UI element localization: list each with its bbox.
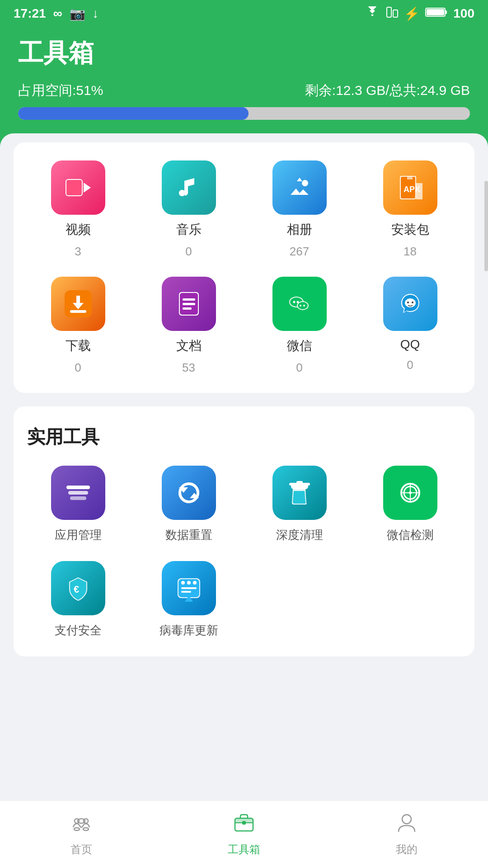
svg-marker-13: [416, 183, 422, 199]
svg-rect-34: [66, 486, 90, 489]
svg-rect-35: [68, 491, 88, 495]
tools-grid: 应用管理 数据重置: [27, 466, 461, 638]
file-count-photo: 267: [290, 245, 309, 259]
tool-icon-deepclean: [272, 466, 327, 520]
tool-item-paysafe[interactable]: € 支付安全: [27, 561, 129, 638]
battery-level: 100: [453, 6, 474, 21]
file-item-video[interactable]: 视频 3: [27, 160, 129, 259]
svg-text:€: €: [74, 584, 79, 595]
file-icon-download: [51, 277, 105, 331]
file-count-doc: 53: [182, 361, 195, 375]
file-item-photo[interactable]: 相册 267: [249, 160, 350, 259]
svg-rect-21: [183, 303, 195, 305]
file-icon-doc: [162, 277, 216, 331]
file-item-qq[interactable]: QQ 0: [359, 277, 461, 375]
bottom-nav: 首页 工具箱 我的: [0, 800, 488, 868]
file-count-video: 3: [75, 245, 81, 259]
file-icon-photo: [272, 160, 327, 215]
toolbox-nav-icon: [232, 812, 256, 839]
tool-icon-datareset: [162, 466, 216, 520]
tool-name-paysafe: 支付安全: [55, 623, 102, 638]
tool-name-deepclean: 深度清理: [276, 527, 323, 543]
file-item-music[interactable]: 音乐 0: [138, 160, 239, 259]
tool-item-deepclean[interactable]: 深度清理: [249, 466, 350, 543]
file-icon-music: [162, 160, 216, 215]
tool-item-datareset[interactable]: 数据重置: [138, 466, 239, 543]
battery-icon: [425, 6, 448, 21]
file-count-qq: 0: [407, 358, 413, 372]
tool-item-wechatcheck[interactable]: 微信检测: [359, 466, 461, 543]
svg-point-51: [187, 581, 191, 585]
tool-icon-paysafe: €: [51, 561, 105, 615]
nav-label-mine: 我的: [396, 842, 418, 857]
svg-rect-3: [445, 10, 447, 14]
file-icon-wechat: [272, 277, 327, 331]
file-icon-video: [51, 160, 105, 215]
tool-icon-virusupdate: [162, 561, 216, 615]
file-icon-apk: APK: [383, 160, 437, 215]
svg-point-52: [193, 581, 197, 585]
tool-name-virusupdate: 病毒库更新: [160, 623, 218, 638]
progress-bar: [18, 107, 470, 120]
file-name-photo: 相册: [287, 221, 312, 238]
status-infinity-icon: ∞: [53, 6, 62, 21]
scrollbar-indicator[interactable]: [484, 181, 488, 271]
tool-name-appmanage: 应用管理: [55, 527, 102, 543]
file-categories-card: 视频 3 音乐 0: [14, 142, 474, 393]
file-icon-qq: [383, 277, 437, 331]
file-count-music: 0: [185, 245, 192, 259]
sim-icon: [386, 6, 399, 21]
progress-bar-fill: [18, 107, 249, 120]
svg-marker-6: [84, 183, 91, 193]
status-bar: 17:21 ∞ 📷 ↓ ⚡ 100: [0, 0, 488, 27]
svg-point-30: [303, 305, 305, 307]
file-grid: 视频 3 音乐 0: [27, 160, 461, 375]
svg-point-29: [300, 305, 301, 307]
file-name-music: 音乐: [176, 221, 202, 238]
svg-point-60: [83, 828, 89, 830]
file-count-wechat: 0: [296, 361, 302, 375]
app-title: 工具箱: [18, 36, 470, 71]
home-nav-icon: [70, 812, 93, 839]
svg-point-25: [293, 301, 295, 303]
file-name-doc: 文档: [176, 337, 202, 354]
svg-rect-41: [296, 481, 303, 485]
tool-name-wechatcheck: 微信检测: [387, 527, 434, 543]
status-download-icon: ↓: [93, 6, 99, 21]
svg-rect-20: [183, 298, 195, 301]
file-name-qq: QQ: [400, 337, 420, 352]
file-name-apk: 安装包: [391, 221, 429, 238]
svg-point-32: [407, 302, 409, 303]
file-item-wechat[interactable]: 微信 0: [249, 277, 350, 375]
status-right: ⚡ 100: [364, 6, 474, 21]
svg-rect-36: [70, 496, 86, 500]
tool-item-appmanage[interactable]: 应用管理: [27, 466, 129, 543]
nav-label-toolbox: 工具箱: [228, 842, 260, 857]
nav-item-home[interactable]: 首页: [0, 812, 163, 857]
wifi-icon: [364, 6, 380, 21]
svg-rect-54: [181, 591, 191, 593]
svg-rect-22: [183, 307, 192, 310]
tool-icon-wechatcheck: [383, 466, 437, 520]
file-item-doc[interactable]: 文档 53: [138, 277, 239, 375]
svg-point-28: [298, 302, 308, 309]
svg-rect-4: [427, 9, 444, 15]
file-name-wechat: 微信: [287, 337, 312, 354]
svg-rect-64: [242, 821, 246, 825]
storage-info: 占用空间:51% 剩余:12.3 GB/总共:24.9 GB: [18, 81, 470, 100]
file-item-download[interactable]: 下载 0: [27, 277, 129, 375]
status-left: 17:21 ∞ 📷 ↓: [14, 6, 99, 21]
storage-remaining: 剩余:12.3 GB/总共:24.9 GB: [305, 81, 470, 100]
svg-point-8: [302, 180, 308, 186]
nav-label-home: 首页: [70, 842, 92, 857]
nav-item-mine[interactable]: 我的: [325, 812, 488, 857]
file-item-apk[interactable]: APK 安装包 18: [359, 160, 461, 259]
file-name-video: 视频: [66, 221, 91, 238]
svg-point-33: [412, 302, 413, 303]
file-name-download: 下载: [66, 337, 91, 354]
svg-rect-16: [76, 296, 80, 304]
nav-item-toolbox[interactable]: 工具箱: [163, 812, 325, 857]
tool-name-datareset: 数据重置: [165, 527, 212, 543]
tool-item-virusupdate[interactable]: 病毒库更新: [138, 561, 239, 638]
status-camera-icon: 📷: [70, 6, 85, 21]
